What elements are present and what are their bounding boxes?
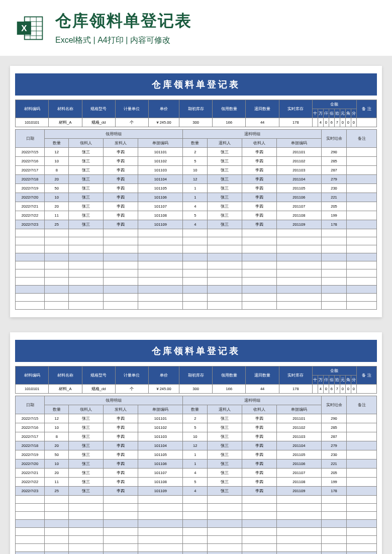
col-issuer: 领料人 <box>69 139 104 148</box>
cell-receiver: 李四 <box>242 414 276 423</box>
val-real-stock: 178 <box>279 118 312 127</box>
col-material-code: 材料编码 <box>16 366 49 385</box>
cell-sender: 李四 <box>104 414 138 423</box>
col-spec: 规格型号 <box>82 366 115 385</box>
amount-unit: 分 <box>351 376 356 385</box>
empty-cell <box>104 302 138 310</box>
cell-balance: 205 <box>322 202 347 211</box>
empty-cell <box>16 504 45 512</box>
empty-cell <box>16 278 45 286</box>
cell-balance: 178 <box>322 220 347 229</box>
empty-cell <box>45 528 69 536</box>
table-row <box>16 245 377 253</box>
table-row: 2022/7/2325张三李四1011094张三李四201109178 <box>16 487 377 496</box>
cell-date: 2022/7/15 <box>16 414 45 423</box>
empty-cell <box>242 286 276 294</box>
cell-sender: 李四 <box>104 423 138 432</box>
cell-date: 2022/7/15 <box>16 148 45 157</box>
cell-issuer: 张三 <box>69 432 104 441</box>
empty-cell <box>322 237 347 245</box>
empty-cell <box>207 512 242 520</box>
empty-cell <box>242 536 276 544</box>
val-issue-qty: 166 <box>213 118 246 127</box>
empty-cell <box>322 278 347 286</box>
empty-cell <box>138 229 183 237</box>
cell-issue-qty: 8 <box>45 166 69 175</box>
col-remark: 备 注 <box>356 366 376 385</box>
col-balance: 实时结余 <box>322 130 347 148</box>
cell-return-docno: 201104 <box>276 441 321 450</box>
empty-cell <box>16 512 45 520</box>
amount-unit: 分 <box>351 109 356 118</box>
empty-cell <box>104 261 138 269</box>
empty-cell <box>276 512 321 520</box>
empty-cell <box>183 237 207 245</box>
cell-return-qty: 12 <box>183 441 207 450</box>
cell-remark <box>347 211 377 220</box>
cell-return-qty: 12 <box>183 175 207 184</box>
empty-cell <box>45 302 69 310</box>
amount-digit: 0 <box>340 385 345 394</box>
cell-balance: 285 <box>322 157 347 166</box>
cell-issue-qty: 20 <box>45 441 69 450</box>
empty-cell <box>276 278 321 286</box>
cell-issue-docno: 101105 <box>138 184 183 193</box>
empty-cell <box>242 253 276 261</box>
empty-cell <box>104 229 138 237</box>
amount-digit: 0 <box>345 118 351 127</box>
empty-cell <box>45 294 69 302</box>
amount-unit: 拾 <box>334 376 340 385</box>
empty-cell <box>347 552 377 555</box>
empty-cell <box>276 245 321 253</box>
empty-cell <box>16 245 45 253</box>
amount-unit: 角 <box>345 376 351 385</box>
val-price: ¥ 245.00 <box>149 385 179 394</box>
empty-cell <box>138 552 183 555</box>
amount-unit: 万 <box>318 376 323 385</box>
empty-cell <box>276 528 321 536</box>
sheet-2: 仓库领料单登记表材料编码材料名称规格型号计量单位单价期初库存领用数量退回数量实时… <box>10 332 382 554</box>
empty-cell <box>242 237 276 245</box>
empty-cell <box>276 544 321 552</box>
val-initial-stock: 300 <box>179 118 212 127</box>
cell-issue-qty: 12 <box>45 414 69 423</box>
cell-return-qty: 4 <box>183 202 207 211</box>
empty-cell <box>207 294 242 302</box>
empty-cell <box>69 496 104 504</box>
empty-cell <box>104 544 138 552</box>
empty-cell <box>322 504 347 512</box>
cell-remark <box>347 469 377 478</box>
cell-remark <box>347 487 377 496</box>
empty-cell <box>183 512 207 520</box>
amount-digit <box>312 118 318 127</box>
empty-cell <box>138 294 183 302</box>
cell-returner: 张三 <box>207 478 242 487</box>
cell-issue-qty: 11 <box>45 211 69 220</box>
cell-issue-docno: 101102 <box>138 157 183 166</box>
empty-cell <box>69 504 104 512</box>
cell-returner: 张三 <box>207 175 242 184</box>
cell-remark <box>347 202 377 211</box>
val-material-name: 材料_A <box>49 385 82 394</box>
cell-remark <box>347 414 377 423</box>
cell-remark <box>347 220 377 229</box>
empty-cell <box>69 269 104 278</box>
cell-return-qty: 1 <box>183 459 207 469</box>
val-real-stock: 178 <box>279 385 312 394</box>
cell-date: 2022/7/16 <box>16 157 45 166</box>
cell-date: 2022/7/19 <box>16 450 45 459</box>
empty-cell <box>69 552 104 555</box>
amount-unit: 元 <box>340 376 345 385</box>
empty-cell <box>322 229 347 237</box>
cell-issue-qty: 20 <box>45 469 69 478</box>
cell-returner: 张三 <box>207 469 242 478</box>
val-return-qty: 44 <box>246 118 279 127</box>
cell-date: 2022/7/21 <box>16 469 45 478</box>
empty-cell <box>207 544 242 552</box>
cell-returner: 张三 <box>207 211 242 220</box>
col-real-stock: 实时库存 <box>279 100 312 118</box>
empty-cell <box>242 520 276 528</box>
cell-return-qty: 4 <box>183 469 207 478</box>
cell-issuer: 张三 <box>69 414 104 423</box>
val-spec: 规格_dd <box>82 385 115 394</box>
